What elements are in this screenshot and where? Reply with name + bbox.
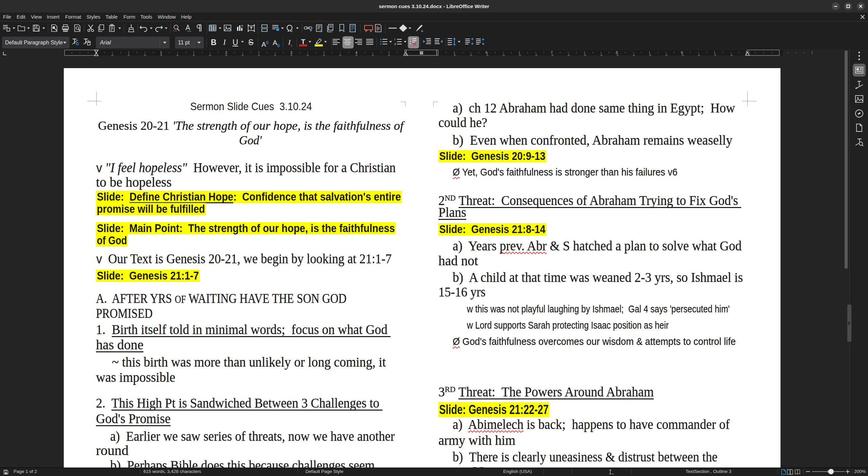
svg-text:1: 1 [320,29,322,33]
svg-text:II: II [394,42,396,46]
svg-text:I: I [394,38,395,41]
